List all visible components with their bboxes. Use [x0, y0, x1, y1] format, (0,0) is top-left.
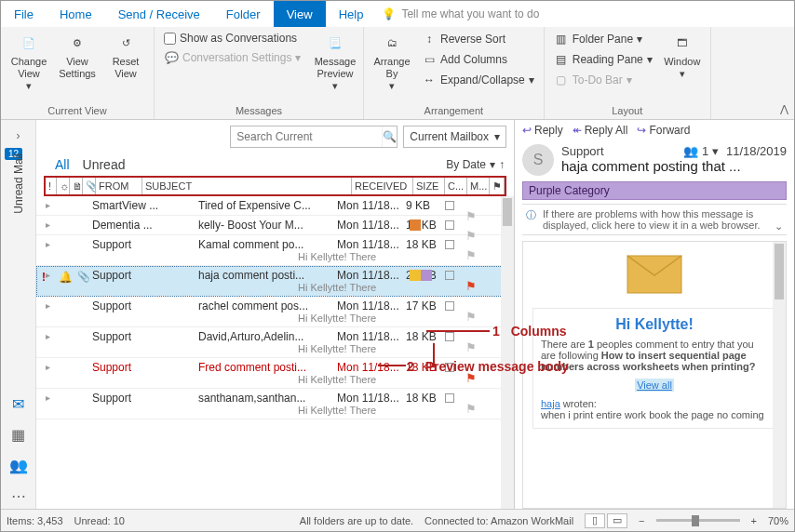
category-box[interactable] — [445, 301, 454, 311]
view-reading-button[interactable]: ▭ — [607, 513, 627, 528]
more-nav-icon[interactable]: ⋯ — [11, 487, 26, 505]
message-row[interactable]: ▸!🔔📎Supporthaja comment posti...Mon 11/1… — [36, 266, 514, 297]
mail-icon[interactable]: ✉ — [12, 395, 24, 413]
folder-name-vertical[interactable]: Unread Mail — [12, 153, 25, 214]
message-row[interactable]: ▸SmartView ...Tired of Expensive C...Mon… — [36, 196, 514, 216]
col-reminder[interactable]: ☼ — [57, 178, 70, 194]
tab-folder[interactable]: Folder — [213, 1, 274, 27]
zoom-in-button[interactable]: + — [751, 515, 757, 526]
expand-folder-pane[interactable]: › — [13, 126, 24, 146]
reverse-sort-button[interactable]: ↕Reverse Sort — [418, 30, 538, 48]
expand-conversation-icon[interactable]: ▸ — [46, 300, 50, 311]
category-box[interactable] — [445, 332, 454, 341]
todo-bar-button[interactable]: ▢To-Do Bar ▾ — [550, 71, 656, 89]
tab-send-receive[interactable]: Send / Receive — [105, 1, 213, 27]
zoom-out-button[interactable]: − — [639, 515, 644, 526]
view-settings-button[interactable]: ⚙View Settings — [55, 30, 100, 82]
col-flag[interactable]: ⚑ — [490, 178, 505, 194]
expand-conversation-icon[interactable]: ▸ — [46, 200, 50, 210]
people-count[interactable]: 👥 1 ▾ — [683, 144, 718, 158]
category-box[interactable] — [445, 201, 454, 210]
search-scope-dropdown[interactable]: Current Mailbox ▾ — [403, 126, 506, 148]
col-size[interactable]: SIZE — [413, 178, 445, 194]
tab-view[interactable]: View — [274, 1, 326, 27]
list-scrollbar[interactable] — [501, 196, 514, 509]
message-row[interactable]: ▸Supportrachel comment pos...Mon 11/18..… — [36, 297, 514, 327]
expand-conversation-icon[interactable]: ▸ — [46, 270, 50, 280]
tab-home[interactable]: Home — [47, 1, 105, 27]
col-from[interactable]: FROM — [96, 178, 142, 194]
search-input[interactable] — [231, 126, 382, 147]
view-all-link[interactable]: View all — [635, 379, 674, 392]
col-importance[interactable]: ! — [46, 178, 57, 194]
reading-pane-button[interactable]: ▤Reading Pane ▾ — [550, 50, 656, 69]
reply-all-button[interactable]: ↞Reply All — [573, 124, 628, 137]
status-items: Items: 3,453 — [7, 515, 63, 526]
message-row[interactable]: ▸SupportDavid,Arturo,Adelin...Mon 11/18.… — [36, 327, 514, 358]
info-bar[interactable]: If there are problems with how this mess… — [522, 204, 787, 235]
calendar-icon[interactable]: ▦ — [11, 426, 25, 444]
view-normal-button[interactable]: ▯ — [585, 513, 605, 528]
message-row[interactable]: ▸SupportKamal comment po...Mon 11/18...1… — [36, 235, 514, 266]
column-headers[interactable]: ! ☼ 🗎 📎 FROM SUBJECT RECEIVED SIZE C... … — [44, 176, 506, 196]
flag-icon[interactable]: ⚑ — [465, 248, 477, 262]
message-list-pane: 🔍 Current Mailbox ▾ All Unread By Date ▾… — [36, 120, 515, 509]
col-icon[interactable]: 🗎 — [70, 178, 83, 194]
sort-dropdown[interactable]: By Date ▾ ↑ — [446, 158, 505, 171]
zoom-slider[interactable] — [656, 519, 740, 522]
expand-collapse-button[interactable]: ↔Expand/Collapse ▾ — [418, 71, 538, 89]
flag-icon[interactable]: ⚑ — [465, 371, 477, 385]
category-box[interactable] — [445, 393, 454, 403]
expand-conversation-icon[interactable]: ▸ — [46, 362, 50, 372]
message-preview-button[interactable]: 📃Message Preview▾ — [313, 30, 357, 95]
arrange-by-button[interactable]: 🗂Arrange By▾ — [370, 30, 414, 95]
tell-me-input[interactable]: Tell me what you want to do — [401, 1, 539, 27]
message-row[interactable]: ▸Supportsanthanam,santhan...Mon 11/18...… — [36, 389, 514, 419]
tab-file[interactable]: File — [1, 1, 47, 27]
category-box[interactable] — [445, 363, 454, 372]
folder-pane-button[interactable]: ▥Folder Pane ▾ — [550, 30, 656, 48]
window-button[interactable]: 🗔Window▾ — [660, 30, 705, 82]
add-columns-button[interactable]: ▭Add Columns — [418, 50, 538, 69]
change-view-button[interactable]: 📄Change View▾ — [7, 30, 51, 95]
people-icon[interactable]: 👥 — [9, 457, 28, 474]
flag-icon[interactable]: ⚑ — [465, 402, 477, 416]
reading-body[interactable]: Hi Kellytte! There are 1 peoples comment… — [522, 241, 787, 509]
sort-direction-icon[interactable]: ↑ — [499, 158, 505, 171]
filter-all[interactable]: All — [55, 157, 70, 172]
flag-icon[interactable]: ⚑ — [465, 279, 477, 293]
lightbulb-icon: 💡 — [382, 1, 396, 27]
reply-button[interactable]: ↩Reply — [522, 124, 563, 137]
expand-conversation-icon[interactable]: ▸ — [46, 219, 50, 230]
sender-avatar: S — [522, 144, 554, 176]
flag-icon[interactable]: ⚑ — [465, 340, 477, 354]
col-received[interactable]: RECEIVED — [352, 178, 413, 194]
col-subject[interactable]: SUBJECT — [142, 178, 352, 194]
col-mention[interactable]: M... — [467, 178, 490, 194]
forward-button[interactable]: ↪Forward — [637, 124, 690, 137]
search-icon[interactable]: 🔍 — [382, 126, 397, 147]
category-strip[interactable]: Purple Category — [522, 181, 787, 200]
conversation-settings-button[interactable]: 💬Conversation Settings ▾ — [160, 48, 309, 67]
tab-help[interactable]: Help — [326, 1, 377, 27]
message-row[interactable]: ▸SupportFred comment posti...Mon 11/18..… — [36, 358, 514, 389]
chevron-down-icon[interactable]: ⌄ — [775, 220, 783, 233]
collapse-ribbon-button[interactable]: ⋀ — [780, 103, 788, 115]
message-row[interactable]: ▸Dementia ...kelly- Boost Your M...Mon 1… — [36, 216, 514, 235]
flag-icon[interactable]: ⚑ — [465, 310, 477, 324]
reading-scrollbar[interactable] — [773, 242, 786, 508]
search-box[interactable]: 🔍 — [230, 126, 398, 148]
expand-conversation-icon[interactable]: ▸ — [46, 331, 50, 341]
category-box[interactable] — [445, 240, 454, 249]
message-list[interactable]: ▸SmartView ...Tired of Expensive C...Mon… — [36, 196, 514, 509]
show-conversations-checkbox[interactable]: Show as Conversations — [160, 30, 309, 47]
commenter-link[interactable]: haja — [541, 398, 560, 409]
filter-unread[interactable]: Unread — [83, 157, 126, 172]
category-box[interactable] — [445, 220, 454, 230]
col-categories[interactable]: C... — [445, 178, 467, 194]
expand-conversation-icon[interactable]: ▸ — [46, 239, 50, 249]
expand-conversation-icon[interactable]: ▸ — [46, 392, 50, 403]
col-attachment[interactable]: 📎 — [83, 178, 96, 194]
category-box[interactable] — [445, 271, 454, 280]
reset-view-button[interactable]: ↺Reset View — [103, 30, 148, 82]
